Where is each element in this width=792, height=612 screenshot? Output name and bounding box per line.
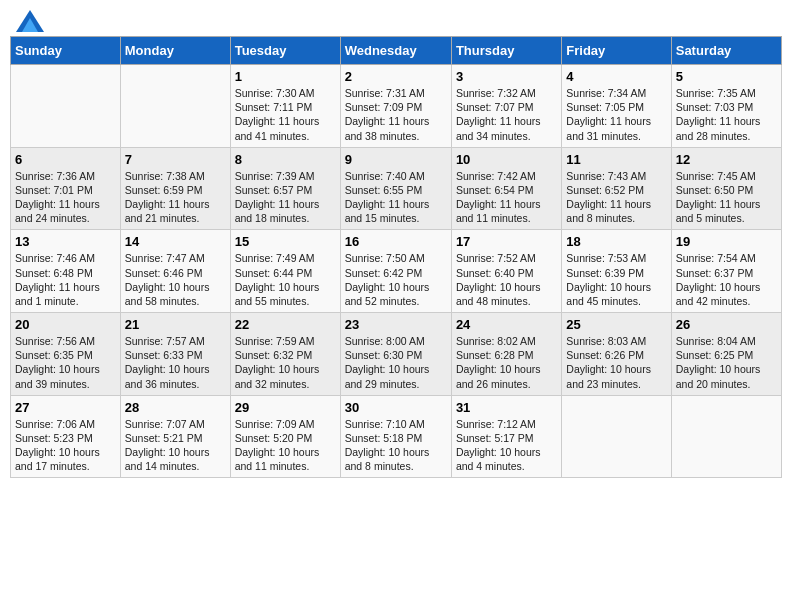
day-detail: Sunrise: 7:10 AM Sunset: 5:18 PM Dayligh… xyxy=(345,417,447,474)
calendar-week-3: 13Sunrise: 7:46 AM Sunset: 6:48 PM Dayli… xyxy=(11,230,782,313)
calendar-cell: 31Sunrise: 7:12 AM Sunset: 5:17 PM Dayli… xyxy=(451,395,561,478)
day-detail: Sunrise: 7:36 AM Sunset: 7:01 PM Dayligh… xyxy=(15,169,116,226)
weekday-header-saturday: Saturday xyxy=(671,37,781,65)
calendar-cell: 11Sunrise: 7:43 AM Sunset: 6:52 PM Dayli… xyxy=(562,147,671,230)
calendar-week-1: 1Sunrise: 7:30 AM Sunset: 7:11 PM Daylig… xyxy=(11,65,782,148)
day-number: 22 xyxy=(235,317,336,332)
day-number: 5 xyxy=(676,69,777,84)
day-detail: Sunrise: 7:38 AM Sunset: 6:59 PM Dayligh… xyxy=(125,169,226,226)
day-detail: Sunrise: 7:57 AM Sunset: 6:33 PM Dayligh… xyxy=(125,334,226,391)
day-detail: Sunrise: 7:32 AM Sunset: 7:07 PM Dayligh… xyxy=(456,86,557,143)
calendar-cell: 3Sunrise: 7:32 AM Sunset: 7:07 PM Daylig… xyxy=(451,65,561,148)
calendar-cell: 19Sunrise: 7:54 AM Sunset: 6:37 PM Dayli… xyxy=(671,230,781,313)
calendar-cell: 24Sunrise: 8:02 AM Sunset: 6:28 PM Dayli… xyxy=(451,313,561,396)
day-number: 7 xyxy=(125,152,226,167)
calendar-cell: 12Sunrise: 7:45 AM Sunset: 6:50 PM Dayli… xyxy=(671,147,781,230)
day-detail: Sunrise: 7:09 AM Sunset: 5:20 PM Dayligh… xyxy=(235,417,336,474)
day-detail: Sunrise: 8:02 AM Sunset: 6:28 PM Dayligh… xyxy=(456,334,557,391)
weekday-header-sunday: Sunday xyxy=(11,37,121,65)
calendar-cell xyxy=(671,395,781,478)
logo-icon xyxy=(16,10,44,32)
day-number: 24 xyxy=(456,317,557,332)
day-detail: Sunrise: 7:46 AM Sunset: 6:48 PM Dayligh… xyxy=(15,251,116,308)
calendar-cell: 5Sunrise: 7:35 AM Sunset: 7:03 PM Daylig… xyxy=(671,65,781,148)
day-number: 25 xyxy=(566,317,666,332)
calendar-cell: 26Sunrise: 8:04 AM Sunset: 6:25 PM Dayli… xyxy=(671,313,781,396)
day-number: 19 xyxy=(676,234,777,249)
day-number: 10 xyxy=(456,152,557,167)
day-detail: Sunrise: 7:35 AM Sunset: 7:03 PM Dayligh… xyxy=(676,86,777,143)
day-detail: Sunrise: 8:04 AM Sunset: 6:25 PM Dayligh… xyxy=(676,334,777,391)
weekday-header-wednesday: Wednesday xyxy=(340,37,451,65)
calendar-cell: 20Sunrise: 7:56 AM Sunset: 6:35 PM Dayli… xyxy=(11,313,121,396)
day-detail: Sunrise: 7:47 AM Sunset: 6:46 PM Dayligh… xyxy=(125,251,226,308)
calendar-cell: 21Sunrise: 7:57 AM Sunset: 6:33 PM Dayli… xyxy=(120,313,230,396)
calendar-cell: 16Sunrise: 7:50 AM Sunset: 6:42 PM Dayli… xyxy=(340,230,451,313)
day-number: 28 xyxy=(125,400,226,415)
day-number: 12 xyxy=(676,152,777,167)
day-detail: Sunrise: 7:50 AM Sunset: 6:42 PM Dayligh… xyxy=(345,251,447,308)
calendar-cell: 4Sunrise: 7:34 AM Sunset: 7:05 PM Daylig… xyxy=(562,65,671,148)
day-number: 1 xyxy=(235,69,336,84)
day-detail: Sunrise: 7:40 AM Sunset: 6:55 PM Dayligh… xyxy=(345,169,447,226)
calendar-cell: 13Sunrise: 7:46 AM Sunset: 6:48 PM Dayli… xyxy=(11,230,121,313)
day-detail: Sunrise: 7:56 AM Sunset: 6:35 PM Dayligh… xyxy=(15,334,116,391)
calendar-cell: 29Sunrise: 7:09 AM Sunset: 5:20 PM Dayli… xyxy=(230,395,340,478)
calendar-cell: 22Sunrise: 7:59 AM Sunset: 6:32 PM Dayli… xyxy=(230,313,340,396)
day-number: 30 xyxy=(345,400,447,415)
weekday-header-monday: Monday xyxy=(120,37,230,65)
day-number: 8 xyxy=(235,152,336,167)
calendar-cell: 23Sunrise: 8:00 AM Sunset: 6:30 PM Dayli… xyxy=(340,313,451,396)
day-detail: Sunrise: 8:00 AM Sunset: 6:30 PM Dayligh… xyxy=(345,334,447,391)
day-detail: Sunrise: 7:43 AM Sunset: 6:52 PM Dayligh… xyxy=(566,169,666,226)
day-number: 26 xyxy=(676,317,777,332)
day-detail: Sunrise: 7:54 AM Sunset: 6:37 PM Dayligh… xyxy=(676,251,777,308)
weekday-header-friday: Friday xyxy=(562,37,671,65)
weekday-header-tuesday: Tuesday xyxy=(230,37,340,65)
calendar-cell xyxy=(120,65,230,148)
calendar-cell: 8Sunrise: 7:39 AM Sunset: 6:57 PM Daylig… xyxy=(230,147,340,230)
logo xyxy=(14,10,44,28)
day-detail: Sunrise: 7:34 AM Sunset: 7:05 PM Dayligh… xyxy=(566,86,666,143)
day-detail: Sunrise: 7:39 AM Sunset: 6:57 PM Dayligh… xyxy=(235,169,336,226)
day-number: 16 xyxy=(345,234,447,249)
calendar-cell: 17Sunrise: 7:52 AM Sunset: 6:40 PM Dayli… xyxy=(451,230,561,313)
calendar-cell: 30Sunrise: 7:10 AM Sunset: 5:18 PM Dayli… xyxy=(340,395,451,478)
calendar-cell xyxy=(11,65,121,148)
day-number: 20 xyxy=(15,317,116,332)
day-number: 15 xyxy=(235,234,336,249)
calendar-week-5: 27Sunrise: 7:06 AM Sunset: 5:23 PM Dayli… xyxy=(11,395,782,478)
day-number: 13 xyxy=(15,234,116,249)
day-number: 29 xyxy=(235,400,336,415)
calendar-cell: 28Sunrise: 7:07 AM Sunset: 5:21 PM Dayli… xyxy=(120,395,230,478)
day-detail: Sunrise: 8:03 AM Sunset: 6:26 PM Dayligh… xyxy=(566,334,666,391)
weekday-header-thursday: Thursday xyxy=(451,37,561,65)
day-number: 27 xyxy=(15,400,116,415)
calendar-cell: 14Sunrise: 7:47 AM Sunset: 6:46 PM Dayli… xyxy=(120,230,230,313)
day-detail: Sunrise: 7:53 AM Sunset: 6:39 PM Dayligh… xyxy=(566,251,666,308)
day-detail: Sunrise: 7:42 AM Sunset: 6:54 PM Dayligh… xyxy=(456,169,557,226)
day-number: 17 xyxy=(456,234,557,249)
calendar-cell: 25Sunrise: 8:03 AM Sunset: 6:26 PM Dayli… xyxy=(562,313,671,396)
calendar-cell: 27Sunrise: 7:06 AM Sunset: 5:23 PM Dayli… xyxy=(11,395,121,478)
day-number: 31 xyxy=(456,400,557,415)
calendar-cell: 1Sunrise: 7:30 AM Sunset: 7:11 PM Daylig… xyxy=(230,65,340,148)
day-detail: Sunrise: 7:52 AM Sunset: 6:40 PM Dayligh… xyxy=(456,251,557,308)
day-detail: Sunrise: 7:07 AM Sunset: 5:21 PM Dayligh… xyxy=(125,417,226,474)
day-number: 6 xyxy=(15,152,116,167)
day-number: 2 xyxy=(345,69,447,84)
day-detail: Sunrise: 7:49 AM Sunset: 6:44 PM Dayligh… xyxy=(235,251,336,308)
calendar-cell: 9Sunrise: 7:40 AM Sunset: 6:55 PM Daylig… xyxy=(340,147,451,230)
day-detail: Sunrise: 7:31 AM Sunset: 7:09 PM Dayligh… xyxy=(345,86,447,143)
calendar-table: SundayMondayTuesdayWednesdayThursdayFrid… xyxy=(10,36,782,478)
calendar-week-4: 20Sunrise: 7:56 AM Sunset: 6:35 PM Dayli… xyxy=(11,313,782,396)
calendar-cell: 10Sunrise: 7:42 AM Sunset: 6:54 PM Dayli… xyxy=(451,147,561,230)
calendar-cell: 7Sunrise: 7:38 AM Sunset: 6:59 PM Daylig… xyxy=(120,147,230,230)
day-detail: Sunrise: 7:30 AM Sunset: 7:11 PM Dayligh… xyxy=(235,86,336,143)
calendar-cell xyxy=(562,395,671,478)
calendar-cell: 18Sunrise: 7:53 AM Sunset: 6:39 PM Dayli… xyxy=(562,230,671,313)
day-number: 3 xyxy=(456,69,557,84)
calendar-cell: 2Sunrise: 7:31 AM Sunset: 7:09 PM Daylig… xyxy=(340,65,451,148)
page-header xyxy=(10,10,782,28)
calendar-cell: 6Sunrise: 7:36 AM Sunset: 7:01 PM Daylig… xyxy=(11,147,121,230)
